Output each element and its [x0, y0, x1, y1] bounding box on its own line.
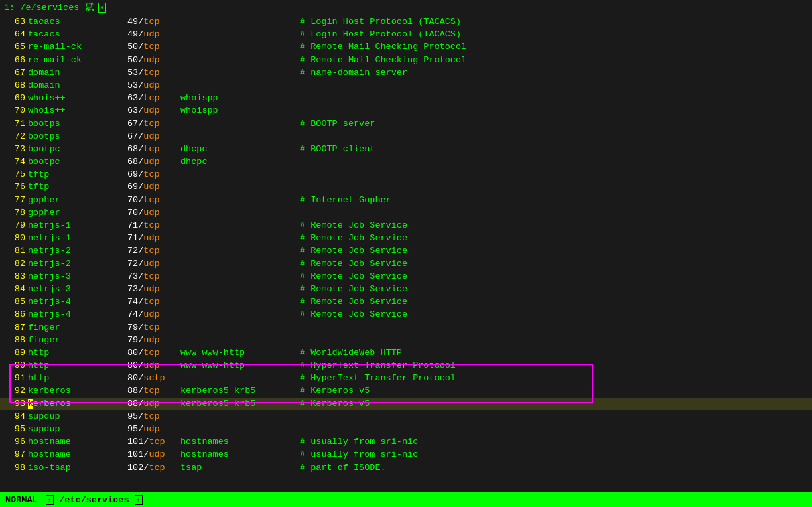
port-protocol: 80/tcp	[127, 346, 180, 359]
title-icon: ⚡	[98, 3, 107, 13]
service-name: re-mail-ck	[28, 40, 127, 53]
table-row: 80netrjs-171/udp# Remote Job Service	[0, 232, 812, 244]
table-row: 67domain53/tcp# name-domain server	[0, 66, 812, 79]
table-row: 85netrjs-474/tcp# Remote Job Service	[0, 295, 812, 308]
comment-hash: #	[300, 372, 310, 384]
comment-text: usually from sri-nic	[310, 448, 418, 461]
comment-text: HyperText Transfer Protocol	[310, 372, 456, 384]
line-number: 65	[1, 40, 25, 53]
port-protocol: 73/tcp	[127, 270, 180, 283]
comment-hash: #	[300, 270, 310, 283]
comment-hash: #	[300, 398, 310, 410]
line-number: 84	[1, 283, 25, 295]
comment-hash: #	[300, 308, 310, 321]
comment-text: WorldWideWeb HTTP	[310, 346, 402, 359]
service-name: gopher	[28, 194, 127, 206]
table-row: 87finger79/tcp	[0, 321, 812, 334]
line-number: 77	[1, 194, 25, 206]
port-protocol: 67/tcp	[127, 117, 180, 130]
comment-text: Remote Mail Checking Protocol	[310, 40, 466, 53]
service-name: supdup	[28, 410, 127, 423]
comment-text: Login Host Protocol (TACACS)	[310, 15, 461, 28]
service-name: netrjs-4	[28, 308, 127, 321]
table-row: 89http80/tcpwww www-http# WorldWideWeb H…	[0, 346, 812, 359]
comment-hash: #	[300, 15, 310, 28]
table-row: 82netrjs-272/udp# Remote Job Service	[0, 257, 812, 270]
table-row: 77gopher70/tcp# Internet Gopher	[0, 194, 812, 206]
service-alias: hostnames	[180, 435, 300, 448]
table-row: 66re-mail-ck50/udp# Remote Mail Checking…	[0, 54, 812, 66]
port-protocol: 79/tcp	[127, 321, 180, 334]
comment-hash: #	[300, 54, 310, 66]
service-alias: kerberos5 krb5	[180, 398, 300, 410]
service-name: tftp	[28, 168, 127, 181]
line-number: 72	[1, 130, 25, 143]
port-protocol: 50/tcp	[127, 40, 180, 53]
service-name: bootps	[28, 130, 127, 143]
service-name: whois++	[28, 104, 127, 117]
service-name: tacacs	[28, 15, 127, 28]
service-name: http	[28, 372, 127, 384]
port-protocol: 72/tcp	[127, 244, 180, 257]
status-icon2: ⚡	[135, 495, 143, 505]
comment-text: BOOTP client	[310, 143, 375, 155]
line-number: 69	[1, 92, 25, 104]
comment-hash: #	[300, 143, 310, 155]
comment-hash: #	[300, 117, 310, 130]
service-name: bootpc	[28, 155, 127, 168]
comment-text: Kerberos v5	[310, 398, 370, 410]
comment-text: Remote Job Service	[310, 283, 407, 295]
port-protocol: 68/tcp	[127, 143, 180, 155]
comment-hash: #	[300, 435, 310, 448]
service-name: whois++	[28, 92, 127, 104]
line-number: 83	[1, 270, 25, 283]
port-protocol: 101/udp	[127, 448, 180, 461]
comment-hash: #	[300, 448, 310, 461]
line-number: 75	[1, 168, 25, 181]
service-alias: hostnames	[180, 448, 300, 461]
service-name: netrjs-1	[28, 219, 127, 232]
service-name: finger	[28, 334, 127, 346]
table-row: 94supdup95/tcp	[0, 410, 812, 423]
comment-hash: #	[300, 66, 310, 79]
line-number: 79	[1, 219, 25, 232]
comment-text: Remote Job Service	[310, 295, 407, 308]
line-number: 96	[1, 435, 25, 448]
service-name: re-mail-ck	[28, 54, 127, 66]
line-number: 76	[1, 181, 25, 193]
port-protocol: 88/tcp	[127, 384, 180, 397]
comment-text: Remote Job Service	[310, 244, 407, 257]
table-row: 75tftp69/tcp	[0, 168, 812, 181]
service-name: netrjs-1	[28, 232, 127, 244]
service-name: netrjs-3	[28, 283, 127, 295]
comment-text: part of ISODE.	[310, 461, 385, 474]
editor-content: 63tacacs49/tcp# Login Host Protocol (TAC…	[0, 15, 812, 474]
line-number: 70	[1, 104, 25, 117]
service-name: kerberos	[28, 398, 127, 410]
comment-hash: #	[300, 232, 310, 244]
port-protocol: 80/sctp	[127, 372, 180, 384]
comment-hash: #	[300, 194, 310, 206]
service-name: netrjs-3	[28, 270, 127, 283]
comment-text: Remote Mail Checking Protocol	[310, 54, 466, 66]
line-number: 82	[1, 257, 25, 270]
comment-hash: #	[300, 295, 310, 308]
table-row: 92kerberos88/tcpkerberos5 krb5# Kerberos…	[0, 384, 812, 397]
table-row: 79netrjs-171/tcp# Remote Job Service	[0, 219, 812, 232]
port-protocol: 70/tcp	[127, 194, 180, 206]
table-row: 95supdup95/udp	[0, 423, 812, 435]
line-number: 71	[1, 117, 25, 130]
service-alias: www www-http	[180, 346, 300, 359]
comment-hash: #	[300, 346, 310, 359]
port-protocol: 72/udp	[127, 257, 180, 270]
port-protocol: 73/udp	[127, 283, 180, 295]
port-protocol: 79/udp	[127, 334, 180, 346]
table-row: 68domain53/udp	[0, 79, 812, 92]
comment-text: Kerberos v5	[310, 384, 370, 397]
line-number: 67	[1, 66, 25, 79]
line-number: 85	[1, 295, 25, 308]
table-row: 76tftp69/udp	[0, 181, 812, 193]
port-protocol: 80/udp	[127, 359, 180, 372]
service-alias: whoispp	[180, 92, 300, 104]
title-text: 1: /e/services 娬	[4, 1, 94, 13]
